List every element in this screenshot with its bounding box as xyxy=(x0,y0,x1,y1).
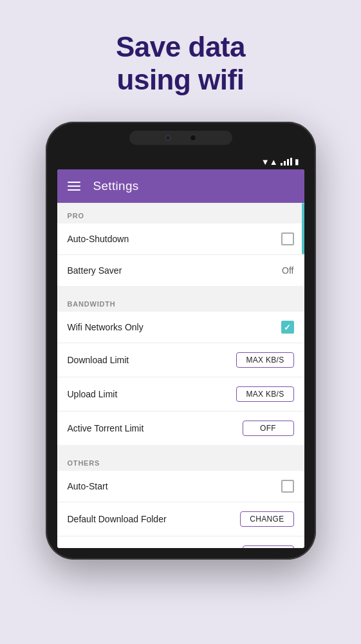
phone-top-bar xyxy=(129,131,232,145)
hamburger-line-2 xyxy=(68,185,80,187)
row-download-limit: Download Limit MAX KB/S xyxy=(57,343,304,377)
scroll-indicator[interactable] xyxy=(302,203,304,254)
section-body-bandwidth: Wifi Networks Only Download Limit MAX KB… xyxy=(57,312,304,445)
phone-shell: ▼▲ ▮ Settings xyxy=(46,122,316,560)
phone-mockup: ▼▲ ▮ Settings xyxy=(46,122,316,560)
hamburger-line-3 xyxy=(68,189,80,191)
signal-bar-4 xyxy=(290,158,292,166)
section-header-bandwidth: BANDWIDTH xyxy=(57,291,304,312)
button-upload-limit[interactable]: MAX KB/S xyxy=(236,386,293,402)
checkbox-wifi-only[interactable] xyxy=(281,321,294,334)
row-label-auto-shutdown: Auto-Shutdown xyxy=(68,234,129,244)
row-wifi-only: Wifi Networks Only xyxy=(57,312,304,343)
button-download-folder[interactable]: CHANGE xyxy=(240,511,293,527)
section-body-pro: Auto-Shutdown Battery Saver Off xyxy=(57,223,304,286)
row-label-auto-start: Auto-Start xyxy=(68,481,108,491)
section-header-others: OTHERS xyxy=(57,450,304,471)
section-header-pro: PRO xyxy=(57,203,304,223)
divider-2 xyxy=(57,445,304,450)
hero-line2: using wifi xyxy=(117,64,245,95)
row-label-upload-limit: Upload Limit xyxy=(68,389,118,399)
row-label-wifi-only: Wifi Networks Only xyxy=(68,322,143,332)
row-auto-start: Auto-Start xyxy=(57,471,304,502)
checkbox-auto-start[interactable] xyxy=(281,480,294,493)
divider-1 xyxy=(57,286,304,291)
signal-bar-1 xyxy=(281,163,282,166)
row-upload-limit: Upload Limit MAX KB/S xyxy=(57,377,304,412)
camera-lens xyxy=(190,135,196,141)
status-icons: ▼▲ ▮ xyxy=(261,157,299,167)
row-battery-saver: Battery Saver Off xyxy=(57,255,304,286)
section-body-others: Auto-Start Default Download Folder CHANG… xyxy=(57,471,304,548)
hamburger-line-1 xyxy=(68,182,80,183)
phone-screen: Settings PRO Auto-Shutdown Battery Saver… xyxy=(57,169,304,548)
hero-text: Save data using wifi xyxy=(116,31,245,96)
settings-content: PRO Auto-Shutdown Battery Saver Off BAND… xyxy=(57,203,304,548)
row-active-torrent: Active Torrent Limit OFF xyxy=(57,412,304,445)
button-incoming-port[interactable]: 0 xyxy=(243,545,294,548)
checkbox-auto-shutdown[interactable] xyxy=(281,232,294,245)
button-active-torrent[interactable]: OFF xyxy=(243,421,294,436)
row-download-folder: Default Download Folder CHANGE xyxy=(57,502,304,536)
row-label-active-torrent: Active Torrent Limit xyxy=(68,423,144,433)
button-download-limit[interactable]: MAX KB/S xyxy=(236,352,293,368)
app-bar: Settings xyxy=(57,169,304,203)
hero-section: Save data using wifi xyxy=(116,0,245,96)
row-value-battery-saver: Off xyxy=(282,265,293,276)
signal-icon xyxy=(281,158,292,166)
camera-dot xyxy=(165,135,171,140)
signal-bar-2 xyxy=(284,161,286,166)
signal-bar-3 xyxy=(287,159,289,166)
battery-icon: ▮ xyxy=(295,157,299,166)
row-label-battery-saver: Battery Saver xyxy=(68,265,122,276)
row-label-download-limit: Download Limit xyxy=(68,355,129,365)
wifi-icon: ▼▲ xyxy=(261,157,278,167)
app-bar-title: Settings xyxy=(93,179,139,193)
hero-line1: Save data xyxy=(116,31,245,62)
row-label-download-folder: Default Download Folder xyxy=(68,514,167,524)
hamburger-button[interactable] xyxy=(68,182,80,191)
status-bar: ▼▲ ▮ xyxy=(57,154,304,169)
row-incoming-port: Incoming Port 0 xyxy=(57,536,304,548)
row-auto-shutdown: Auto-Shutdown xyxy=(57,223,304,255)
